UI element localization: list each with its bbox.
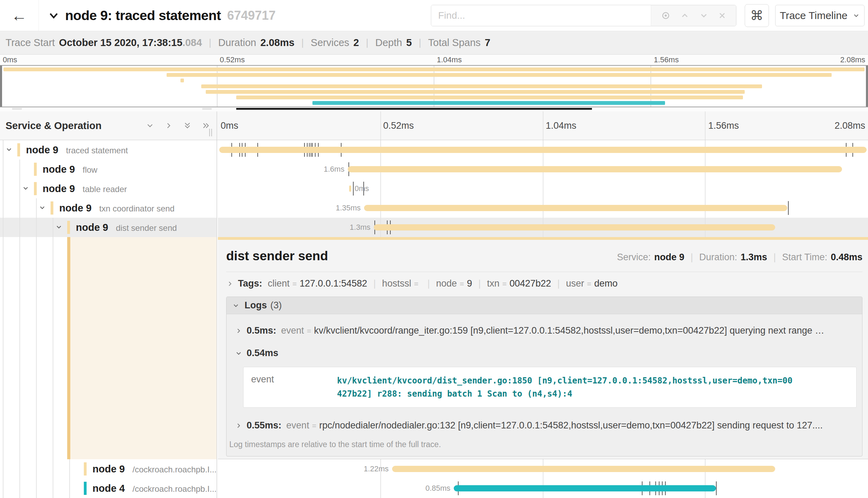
span-name-cell[interactable]: node 9flow xyxy=(0,160,217,179)
span-operation-name: /cockroach.roachpb.I... xyxy=(132,484,216,494)
span-duration-bar[interactable] xyxy=(349,185,351,192)
indent-guide xyxy=(36,479,37,498)
minimap-handle[interactable] xyxy=(12,108,22,110)
log-entry-row[interactable]: 0.5ms:event=kv/kvclient/kvcoord/range_it… xyxy=(232,316,857,339)
find-controls xyxy=(651,5,736,26)
summary-item-value: 7 xyxy=(485,37,490,48)
tag-key: client xyxy=(268,278,290,289)
span-track[interactable]: 1.6ms xyxy=(218,160,868,179)
span-row[interactable]: node 9flow1.6ms xyxy=(0,160,868,179)
span-service-name: node 9 xyxy=(26,144,58,156)
log-field-key: event xyxy=(281,325,304,336)
expand-chevron-icon[interactable] xyxy=(55,223,63,232)
minimap-right-scrubber[interactable] xyxy=(866,66,868,107)
collapse-trace-chevron-icon[interactable] xyxy=(48,9,60,22)
minimap-span-bar[interactable] xyxy=(180,79,184,82)
tag-equals: = xyxy=(414,280,418,289)
minimap-canvas[interactable] xyxy=(0,65,868,107)
find-input[interactable] xyxy=(431,5,651,26)
minimap-span-bar[interactable] xyxy=(167,73,832,77)
minimap-tick-label: 1.56ms xyxy=(654,55,679,64)
collapse-all-icon[interactable] xyxy=(183,121,192,130)
minimap-span-bar[interactable] xyxy=(236,96,743,99)
minimap-tick-label: 1.04ms xyxy=(437,55,462,64)
span-name-cell[interactable]: node 4/cockroach.roachpb.I... xyxy=(0,479,217,498)
span-track[interactable]: 1.35ms xyxy=(218,198,868,218)
span-row[interactable]: node 9txn coordinator send1.35ms xyxy=(0,198,868,218)
logs-collapse-chevron-icon[interactable] xyxy=(232,302,240,309)
span-detail-row: dist sender send Service:node 9|Duration… xyxy=(0,237,868,459)
tag-key: txn xyxy=(487,278,499,289)
log-expand-chevron-icon[interactable] xyxy=(235,327,242,335)
tags-toggle-row[interactable]: Tags: client=127.0.0.1:54582|hostssl=|no… xyxy=(226,278,862,289)
span-duration-bar[interactable] xyxy=(392,466,775,472)
span-detail-panel: dist sender send Service:node 9|Duration… xyxy=(218,237,868,459)
span-name-cell[interactable]: node 9/cockroach.roachpb.I... xyxy=(0,459,217,479)
column-resizer-grip[interactable] xyxy=(209,129,213,136)
span-row[interactable]: node 9/cockroach.roachpb.I...1.22ms xyxy=(0,459,868,479)
next-match-icon[interactable] xyxy=(699,11,709,20)
span-row[interactable]: node 9traced statement xyxy=(0,140,868,160)
back-button[interactable]: ← xyxy=(0,0,39,31)
tag-equals: = xyxy=(502,280,507,289)
span-operation-name: /cockroach.roachpb.I... xyxy=(132,465,216,474)
minimap-handle[interactable] xyxy=(202,108,212,110)
summary-item-suffix: .084 xyxy=(183,37,202,48)
span-service-name: node 9 xyxy=(43,164,75,175)
locate-match-icon[interactable] xyxy=(661,10,671,21)
span-track[interactable]: 1.3ms xyxy=(218,218,868,237)
span-name-cell[interactable]: node 9txn coordinator send xyxy=(0,198,217,218)
log-entry-row[interactable]: 0.55ms:event=rpc/nodedialer/nodedialer.g… xyxy=(232,411,857,434)
log-event-detail-box: eventkv/kvclient/kvcoord/dist_sender.go:… xyxy=(243,367,857,408)
tags-expand-chevron-icon[interactable] xyxy=(226,280,234,288)
minimap-span-bar[interactable] xyxy=(206,90,745,94)
expand-chevron-icon[interactable] xyxy=(22,184,30,193)
log-expand-chevron-icon[interactable] xyxy=(235,422,242,429)
expand-chevron-icon[interactable] xyxy=(38,204,47,212)
meta-separator: | xyxy=(773,252,776,263)
meta-value: 1.3ms xyxy=(741,252,767,263)
log-marker-tick xyxy=(716,481,717,495)
log-entry-row-expanded[interactable]: 0.54ms xyxy=(232,339,857,361)
keyboard-shortcuts-button[interactable]: ⌘ xyxy=(745,4,769,27)
tag-separator: | xyxy=(373,278,376,289)
span-row[interactable]: node 9dist sender send1.3ms xyxy=(0,218,868,237)
minimap-span-bar[interactable] xyxy=(3,67,865,71)
span-track[interactable]: 1.22ms xyxy=(218,459,868,479)
logs-header[interactable]: Logs (3) xyxy=(227,297,862,314)
trace-view-selector[interactable]: Trace Timeline xyxy=(775,5,865,26)
expand-chevron-icon[interactable] xyxy=(5,146,14,154)
span-duration-label: 1.22ms xyxy=(364,464,389,473)
minimap-span-bar[interactable] xyxy=(312,101,665,105)
indent-guide xyxy=(36,459,37,479)
minimap-scroll-strip xyxy=(0,108,868,110)
minimap-left-scrubber[interactable] xyxy=(0,66,2,107)
clear-find-icon[interactable] xyxy=(718,11,727,20)
tag-key: hostssl xyxy=(382,278,411,289)
minimap-span-bar[interactable] xyxy=(201,84,762,88)
span-duration-bar[interactable] xyxy=(454,485,716,491)
span-detail-meta: Service:node 9|Duration:1.3ms|Start Time… xyxy=(617,252,862,263)
span-duration-bar[interactable] xyxy=(219,147,867,153)
span-duration-bar[interactable] xyxy=(374,224,775,230)
timeline-tick-label: 2.08ms xyxy=(834,120,865,131)
indent-guide xyxy=(19,160,20,179)
span-track[interactable]: 0.85ms xyxy=(218,479,868,498)
span-track[interactable] xyxy=(218,140,868,160)
span-name-cell[interactable]: node 9traced statement xyxy=(0,140,217,160)
collapse-one-icon[interactable] xyxy=(145,121,154,130)
span-duration-bar[interactable] xyxy=(364,205,787,211)
span-row[interactable]: node 9table reader0ms xyxy=(0,179,868,198)
summary-item-value: October 15 2020, 17:38:15 xyxy=(59,37,182,48)
log-collapse-chevron-icon[interactable] xyxy=(235,350,242,357)
span-name-cell[interactable]: node 9table reader xyxy=(0,179,217,198)
expand-one-icon[interactable] xyxy=(164,121,173,130)
prev-match-icon[interactable] xyxy=(680,11,690,20)
timeline-scrollbar[interactable] xyxy=(236,108,592,110)
trace-title-wrap: node 9: traced statement 6749717 xyxy=(48,0,276,31)
span-operation-name: table reader xyxy=(82,184,127,194)
span-track[interactable]: 0ms xyxy=(218,179,868,198)
span-name-cell[interactable]: node 9dist sender send xyxy=(0,218,217,237)
span-duration-bar[interactable] xyxy=(348,166,842,172)
span-row[interactable]: node 4/cockroach.roachpb.I...0.85ms xyxy=(0,479,868,498)
